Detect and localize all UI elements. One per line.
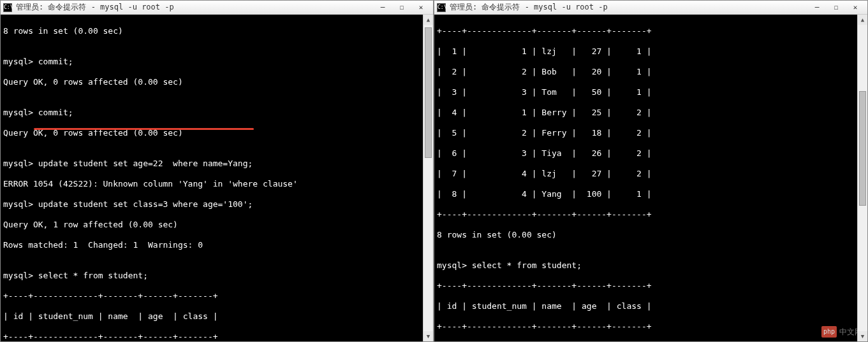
table-row: | 2 | 2 | Bob | 20 | 1 |: [437, 67, 865, 77]
table-header: | id | student_num | name | age | class …: [437, 301, 865, 311]
table-header: | id | student_num | name | age | class …: [3, 311, 430, 322]
titlebar-buttons-right: ─ ☐ ✕: [807, 1, 865, 14]
output-line: Rows matched: 1 Changed: 1 Warnings: 0: [3, 240, 430, 250]
table-row: | 5 | 2 | Ferry | 18 | 2 |: [437, 128, 865, 138]
close-button[interactable]: ✕: [411, 1, 430, 14]
scroll-down-icon[interactable]: ▼: [858, 331, 867, 341]
table-border: +----+-------------+-------+------+-----…: [437, 281, 865, 291]
scroll-up-icon[interactable]: ▲: [423, 15, 433, 25]
annotation-underline: [34, 128, 254, 130]
window-title-right: 管理员: 命令提示符 - mysql -u root -p: [450, 2, 804, 13]
table-row: | 6 | 3 | Tiya | 26 | 2 |: [437, 148, 865, 159]
prompt-line: mysql> update student set class=3 where …: [3, 199, 430, 210]
scrollbar-left[interactable]: ▲ ▼: [423, 15, 433, 341]
watermark-badge: php: [821, 326, 837, 338]
output-line: Query OK, 1 row affected (0.00 sec): [3, 220, 430, 230]
prompt-line: mysql> select * from student;: [3, 271, 430, 281]
table-row: | 8 | 4 | Yang | 100 | 1 |: [437, 189, 865, 199]
table-border: +----+-------------+-------+------+-----…: [3, 332, 430, 341]
scrollbar-thumb[interactable]: [425, 27, 432, 158]
cmd-icon: C:\: [437, 3, 446, 12]
table-border: +----+-------------+-------+------+-----…: [3, 291, 430, 301]
watermark: php 中文网: [821, 326, 862, 338]
terminal-right[interactable]: +----+-------------+-------+------+-----…: [434, 15, 867, 341]
table-row: | 1 | 1 | lzj | 27 | 1 |: [437, 46, 865, 57]
prompt-line: mysql> select * from student;: [437, 260, 865, 271]
table-row: | 7 | 4 | lzj | 27 | 2 |: [437, 169, 865, 179]
maximize-button[interactable]: ☐: [827, 1, 846, 14]
titlebar-right[interactable]: C:\ 管理员: 命令提示符 - mysql -u root -p ─ ☐ ✕: [434, 1, 867, 15]
minimize-button[interactable]: ─: [373, 1, 392, 14]
window-title-left: 管理员: 命令提示符 - mysql -u root -p: [16, 2, 369, 13]
table-border: +----+-------------+-------+------+-----…: [437, 322, 865, 332]
titlebar-buttons-left: ─ ☐ ✕: [373, 1, 430, 14]
terminal-left[interactable]: 8 rows in set (0.00 sec) mysql> commit; …: [1, 15, 433, 341]
close-button[interactable]: ✕: [846, 1, 865, 14]
output-line: Query OK, 0 rows affected (0.00 sec): [3, 77, 430, 87]
scroll-up-icon[interactable]: ▲: [858, 15, 867, 25]
prompt-line: mysql> commit;: [3, 108, 430, 118]
table-border: +----+-------------+-------+------+-----…: [437, 210, 865, 220]
scroll-down-icon[interactable]: ▼: [423, 331, 433, 341]
titlebar-left[interactable]: C:\ 管理员: 命令提示符 - mysql -u root -p ─ ☐ ✕: [1, 1, 433, 15]
cmd-window-right: C:\ 管理员: 命令提示符 - mysql -u root -p ─ ☐ ✕ …: [434, 0, 868, 342]
table-row: | 4 | 1 | Berry | 25 | 2 |: [437, 108, 865, 118]
error-line: ERROR 1054 (42S22): Unknown column 'Yang…: [3, 179, 430, 189]
output-line: 8 rows in set (0.00 sec): [437, 230, 865, 240]
prompt-line: mysql> commit;: [3, 57, 430, 67]
table-border: +----+-------------+-------+------+-----…: [437, 26, 865, 36]
scrollbar-right[interactable]: ▲ ▼: [857, 15, 867, 341]
table-row: | 3 | 3 | Tom | 50 | 1 |: [437, 87, 865, 97]
cmd-window-left: C:\ 管理员: 命令提示符 - mysql -u root -p ─ ☐ ✕ …: [0, 0, 434, 342]
maximize-button[interactable]: ☐: [392, 1, 411, 14]
scrollbar-thumb[interactable]: [859, 91, 866, 206]
minimize-button[interactable]: ─: [807, 1, 827, 14]
cmd-icon: C:\: [3, 3, 12, 12]
prompt-line: mysql> update student set age=22 where n…: [3, 159, 430, 169]
output-line: 8 rows in set (0.00 sec): [3, 26, 430, 36]
